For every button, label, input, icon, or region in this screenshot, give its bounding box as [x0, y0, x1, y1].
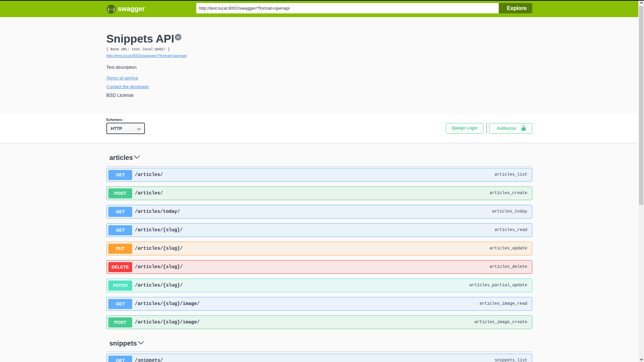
svg-text:{···}: {···}: [108, 7, 115, 11]
